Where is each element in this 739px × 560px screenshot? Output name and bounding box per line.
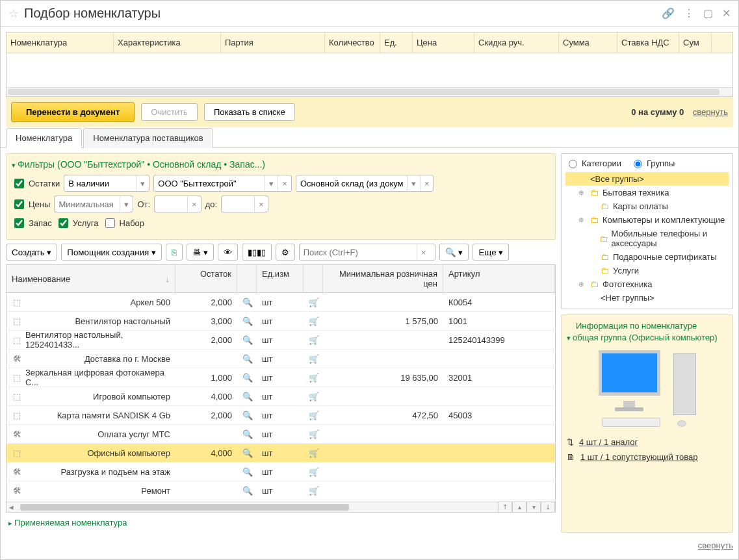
- cart-icon[interactable]: 🛒: [304, 389, 323, 404]
- magnifier-icon[interactable]: 🔍: [237, 446, 257, 461]
- col-name[interactable]: Наименование↓: [6, 265, 175, 292]
- magnifier-icon[interactable]: 🔍: [237, 389, 257, 404]
- prices-checkbox[interactable]: Цены: [12, 197, 50, 211]
- cart-icon[interactable]: 🛒: [304, 351, 323, 366]
- menu-dots-icon[interactable]: ⋮: [684, 7, 694, 19]
- magnifier-icon[interactable]: 🔍: [237, 295, 257, 310]
- warehouse-combo[interactable]: ▾ ×: [296, 175, 434, 192]
- cart-col[interactable]: Цена: [413, 32, 474, 53]
- expand-icon[interactable]: ⊕: [578, 189, 586, 196]
- price-to[interactable]: ×: [221, 196, 268, 212]
- radio-groups[interactable]: Группы: [630, 158, 675, 168]
- link-icon[interactable]: 🔗: [662, 7, 675, 19]
- cart-col[interactable]: Сумма: [559, 32, 617, 53]
- cart-col[interactable]: Сум: [679, 32, 712, 53]
- cart-icon[interactable]: 🛒: [304, 408, 323, 423]
- tree-item[interactable]: 🗀Услуги: [565, 264, 729, 277]
- tree-item[interactable]: <Нет группы>: [565, 291, 729, 305]
- expand-icon[interactable]: ⊕: [578, 281, 586, 288]
- table-row[interactable]: ⬚Игровой компьютер4,000🔍шт🛒: [6, 387, 555, 406]
- magnifier-icon[interactable]: 🔍: [237, 314, 257, 329]
- close-icon[interactable]: ✕: [722, 7, 731, 19]
- price-type-input[interactable]: [55, 197, 120, 211]
- price-to-input[interactable]: [222, 197, 254, 211]
- magnifier-icon[interactable]: 🔍: [237, 427, 257, 442]
- copy-button[interactable]: ⎘: [166, 244, 183, 261]
- cart-scrollbar[interactable]: [6, 87, 733, 96]
- col-article[interactable]: Артикул: [443, 265, 555, 292]
- tree-item[interactable]: 🗀Подарочные сертификаты: [565, 250, 729, 264]
- cart-col[interactable]: Ставка НДС: [617, 32, 679, 53]
- col-unit[interactable]: Ед.изм: [257, 265, 304, 292]
- tree-item[interactable]: ⊕🗀Фототехника: [565, 277, 729, 291]
- magnifier-icon[interactable]: 🔍: [237, 351, 257, 366]
- clear-button[interactable]: Очистить: [141, 103, 198, 121]
- analogs-link[interactable]: 4 шт / 1 аналог: [579, 437, 638, 447]
- dropdown-icon[interactable]: ▾: [136, 175, 149, 191]
- tree-item[interactable]: ⊕🗀Бытовая техника: [565, 186, 729, 199]
- nabor-checkbox[interactable]: Набор: [103, 216, 145, 230]
- tree-item[interactable]: 🗀Мобильные телефоны и аксессуары: [565, 227, 729, 250]
- cart-col[interactable]: Характеристика: [114, 32, 221, 53]
- table-row[interactable]: ⬚Зеркальная цифровая фотокамера С...1,00…: [6, 368, 555, 387]
- table-row[interactable]: ⬚Вентилятор настольный, 1252401433...2,0…: [6, 331, 555, 350]
- magnifier-icon[interactable]: 🔍: [237, 370, 257, 385]
- grid-scrollbar[interactable]: ◂ ⤒ ▴ ▾ ⤓: [6, 502, 555, 512]
- org-combo[interactable]: ▾ ×: [153, 175, 292, 192]
- usluga-checkbox[interactable]: Услуга: [56, 216, 99, 230]
- clear-x-icon[interactable]: ×: [278, 175, 291, 191]
- cart-col[interactable]: Количество: [325, 32, 380, 53]
- cart-icon[interactable]: 🛒: [304, 465, 323, 479]
- price-type-combo[interactable]: ▾: [54, 196, 133, 212]
- helper-button[interactable]: Помощник создания ▾: [61, 244, 162, 261]
- radio-categories[interactable]: Категории: [565, 158, 621, 168]
- zapas-checkbox[interactable]: Запас: [12, 216, 52, 230]
- more-button[interactable]: Еще ▾: [473, 244, 509, 261]
- stock-checkbox[interactable]: Остатки: [12, 177, 60, 190]
- info-title[interactable]: Информация по номенклатуре ▾общая группа…: [567, 320, 727, 344]
- table-row[interactable]: ⬚Аркел 5002,000🔍шт🛒К0054: [6, 293, 555, 312]
- cart-icon[interactable]: 🛒: [304, 314, 323, 329]
- tree-item[interactable]: <Все группы>: [565, 172, 729, 186]
- magnifier-icon[interactable]: 🔍: [237, 333, 257, 348]
- table-row[interactable]: 🛠Разгрузка и подъем на этаж🔍шт🛒: [6, 463, 555, 481]
- cart-icon[interactable]: 🛒: [304, 483, 323, 498]
- nav-up[interactable]: ▴: [512, 502, 526, 513]
- applied-nomenclature[interactable]: Применяемая номенклатура: [6, 513, 556, 533]
- clear-x-icon[interactable]: ×: [417, 244, 430, 260]
- show-in-list-button[interactable]: Показать в списке: [204, 103, 295, 121]
- cart-col[interactable]: Номенклатура: [6, 32, 114, 53]
- transfer-button[interactable]: Перенести в документ: [11, 102, 135, 122]
- cart-col[interactable]: Ед.: [380, 32, 413, 53]
- barcode-button[interactable]: ▮▯▮▯: [242, 244, 272, 261]
- dropdown-icon[interactable]: ▾: [407, 175, 420, 191]
- groups-tree[interactable]: <Все группы>⊕🗀Бытовая техника🗀Карты опла…: [565, 172, 729, 305]
- nav-last[interactable]: ⤓: [541, 502, 555, 513]
- table-row[interactable]: 🛠Оплата услуг МТС🔍шт🛒: [6, 425, 555, 444]
- filters-title[interactable]: Фильтры (ООО "Быттехстрой" • Основной ск…: [12, 159, 550, 170]
- cart-icon[interactable]: 🛒: [304, 295, 323, 310]
- table-row[interactable]: ⬚Офисный компьютер4,000🔍шт🛒: [6, 444, 555, 463]
- price-from-input[interactable]: [155, 197, 187, 211]
- magnifier-icon[interactable]: 🔍: [237, 465, 257, 479]
- col-price[interactable]: Минимальная розничная цен: [323, 265, 443, 292]
- clear-x-icon[interactable]: ×: [187, 196, 201, 212]
- warehouse-input[interactable]: [296, 177, 407, 190]
- table-row[interactable]: 🛠Ремонт🔍шт🛒: [6, 481, 555, 500]
- cart-icon[interactable]: 🛒: [304, 446, 323, 461]
- create-button[interactable]: Создать ▾: [6, 244, 57, 261]
- cart-body[interactable]: [6, 53, 733, 87]
- maximize-icon[interactable]: ▢: [703, 7, 713, 19]
- magnifier-icon[interactable]: 🔍: [237, 408, 257, 423]
- favorite-star-icon[interactable]: ☆: [8, 6, 19, 21]
- tab-nomenclature[interactable]: Номенклатура: [6, 128, 82, 148]
- grid-body[interactable]: ⬚Аркел 5002,000🔍шт🛒К0054⬚Вентилятор наст…: [6, 293, 555, 502]
- tab-supplier-nomenclature[interactable]: Номенклатура поставщиков: [83, 128, 213, 148]
- related-link[interactable]: 1 шт / 1 сопутствующий товар: [580, 452, 698, 462]
- clear-x-icon[interactable]: ×: [420, 175, 434, 191]
- search-box[interactable]: ×: [299, 244, 435, 261]
- settings-button[interactable]: ⚙: [276, 244, 295, 261]
- price-from[interactable]: ×: [154, 196, 201, 212]
- dropdown-icon[interactable]: ▾: [120, 196, 133, 212]
- view-button[interactable]: 👁: [218, 244, 238, 261]
